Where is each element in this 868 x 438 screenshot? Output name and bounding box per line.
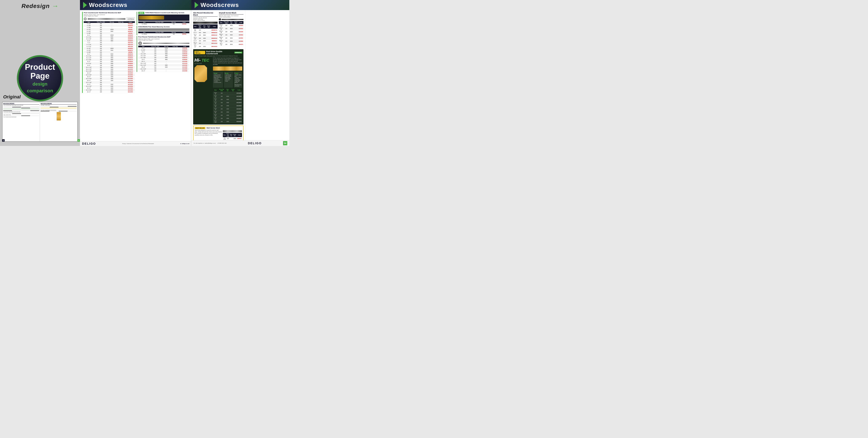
table-cell: HE10175: [126, 70, 135, 72]
table-cell: 200: [94, 49, 108, 51]
table-cell: WR10150J: [211, 42, 218, 45]
table-cell: HD3550: [239, 37, 244, 40]
table-row: 10 x 1 1/4"2004800HE10125: [84, 66, 135, 68]
table-cell: 200: [148, 49, 162, 51]
table-cell: 10 x 2 1/2": [138, 68, 148, 70]
table-cell: -: [162, 61, 170, 63]
table-row: M3.5 x 252004800HD3525: [219, 24, 243, 27]
table-cell: 10 x 1 1/2": [138, 64, 148, 66]
table-cell: HE08300: [126, 65, 135, 66]
table-row: 10 x 2 1/2"2001600HE10250: [84, 74, 135, 76]
table-cell: 2400: [225, 120, 230, 123]
table-cell: 3200: [108, 70, 116, 72]
orig-cell: [12, 110, 21, 111]
table-cell: 4800: [108, 66, 116, 68]
table-row: 8 x 2"2003200HE08200: [84, 61, 135, 63]
table-row: 10 x 2"2003200HE10200: [84, 72, 135, 74]
table-row: 8 x 3/4"200-WR08075J: [193, 29, 218, 32]
table-row: 4.8 x 45 200 1600 HM4845: [223, 137, 242, 140]
table-cell: 200: [94, 40, 108, 42]
orig-cell: [30, 113, 39, 114]
table-cell: 4800: [203, 37, 207, 40]
feature-body-title: Body: [225, 72, 232, 74]
table-cell: 3200: [162, 66, 170, 68]
slot-round-details: Standard: DIN 96; BS1210 Material: Mild …: [193, 17, 218, 21]
orig-table-row: [41, 111, 76, 111]
table-cell: M3.5 x 60: [219, 40, 223, 43]
table-cell: [116, 70, 126, 72]
table-cell: 6 x 3/4": [84, 31, 94, 32]
orig-cell: [41, 111, 50, 111]
best-seller-badge: BEST SELLER: [194, 51, 205, 54]
original-label: Original: [3, 94, 21, 100]
col-size: Size: [84, 21, 94, 23]
table-cell: [116, 61, 126, 63]
col-code: Code: [179, 22, 189, 23]
table-row: 12 x 1 1/2"200HE12150: [84, 81, 135, 83]
table-cell: 10 x 1 1/4": [138, 63, 148, 64]
wall-screw-table: Size Price Per 1000 Box qty Outer Qty Co…: [223, 133, 242, 140]
col-size: Size: [138, 46, 148, 47]
table-row: 12 x 4"1001600HE12400: [84, 91, 135, 93]
col-size: Size: [193, 24, 197, 29]
product-1-table: Size Price Per 1000 Box qty Outer Qty Co…: [84, 21, 135, 93]
table-cell: HD3542: [239, 33, 244, 37]
col-outer-qty: Outer Qty: [233, 133, 237, 137]
table-cell: 4800: [162, 57, 170, 59]
table-cell: 200: [94, 23, 108, 25]
orig-page-num-4: 4: [2, 139, 5, 142]
table-cell: 10 x 3 1/2": [84, 78, 94, 80]
table-cell: 200: [94, 27, 108, 29]
table-cell: M4 x 75: [219, 43, 223, 46]
table-cell: HE0858: [126, 51, 135, 53]
table-row: M4 x 751003600HD4275: [219, 43, 243, 46]
table-cell: 4 x 5/8": [84, 27, 94, 29]
table-row: 10 x 4"1001600HE10400: [84, 80, 135, 81]
table-cell: 200: [148, 51, 162, 53]
feature-body-text: • Improved pull out by serrated cutting …: [225, 74, 232, 82]
table-cell: 4800: [229, 37, 234, 40]
table-row: 8 x 2 1/2"2003200HE08250: [84, 63, 135, 65]
drywall-shaft: [222, 19, 243, 20]
feature-head: Head • Deep punched Pozi Recess for deep…: [213, 72, 223, 88]
product-1-tbody: 4 x 1/2"200-HE040504 x 3/4"200-HE040754 …: [84, 23, 135, 93]
orig-cell: [68, 109, 76, 109]
table-cell: 8400: [162, 49, 170, 51]
orig-cell: [12, 108, 21, 108]
hitec-header-row: BEST SELLER Pozi Drive Double Countersun…: [194, 50, 242, 55]
table-cell: [230, 110, 236, 113]
table-cell: 200: [94, 55, 108, 57]
table-cell: [116, 74, 126, 76]
table-cell: -: [108, 51, 116, 53]
screw-head-circle: [84, 18, 87, 21]
table-cell: 6 x 2": [84, 40, 94, 42]
screw-shaft-image: [88, 18, 125, 20]
table-cell: [234, 24, 238, 27]
table-cell: 1600: [108, 74, 116, 76]
table-cell: 200: [148, 64, 162, 66]
table-cell: HE08075: [126, 49, 135, 51]
table-cell: HE06100: [126, 34, 135, 36]
table-cell: [108, 81, 116, 83]
table-cell: HCS4070: [236, 107, 242, 110]
table-cell: HE10150: [126, 68, 135, 70]
orig-cell: [68, 106, 76, 107]
table-cell: HE12250: [126, 86, 135, 87]
wall-screw-desc: Steel fixing designed to avoid the need …: [195, 130, 222, 140]
table-cell: HG10300: [180, 70, 189, 72]
table-row: 8 x 3/4"2008400HE08075: [84, 49, 135, 51]
orig-page-title-left: WOODSCREWS: [3, 103, 39, 104]
table-cell: 10 x 2": [193, 45, 197, 48]
table-cell: 1600: [108, 76, 116, 78]
table-cell: HE08200: [126, 61, 135, 63]
orig-cell: [41, 109, 50, 109]
table-cell: 200: [94, 81, 108, 83]
table-cell: [234, 43, 238, 46]
table-cell: 200: [148, 47, 162, 49]
wall-screw-best-seller: BEST SELLER: [195, 127, 205, 129]
table-row: 6 x 1 1/4"2008400HE06125: [84, 36, 135, 38]
table-cell: 8 x 1 1/2": [84, 57, 94, 59]
cell-box: 100: [168, 23, 179, 25]
table-cell: HE12300: [126, 87, 135, 89]
table-cell: [116, 31, 126, 32]
